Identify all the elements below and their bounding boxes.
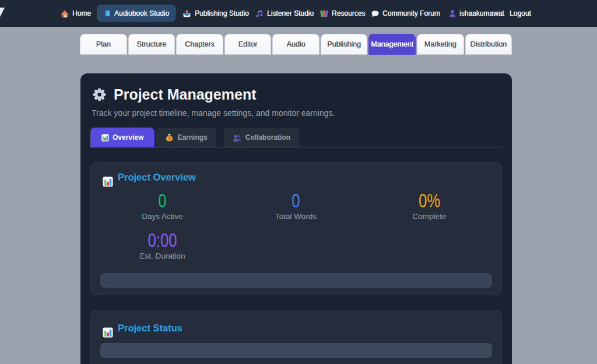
svg-text:$: $ — [168, 135, 171, 141]
